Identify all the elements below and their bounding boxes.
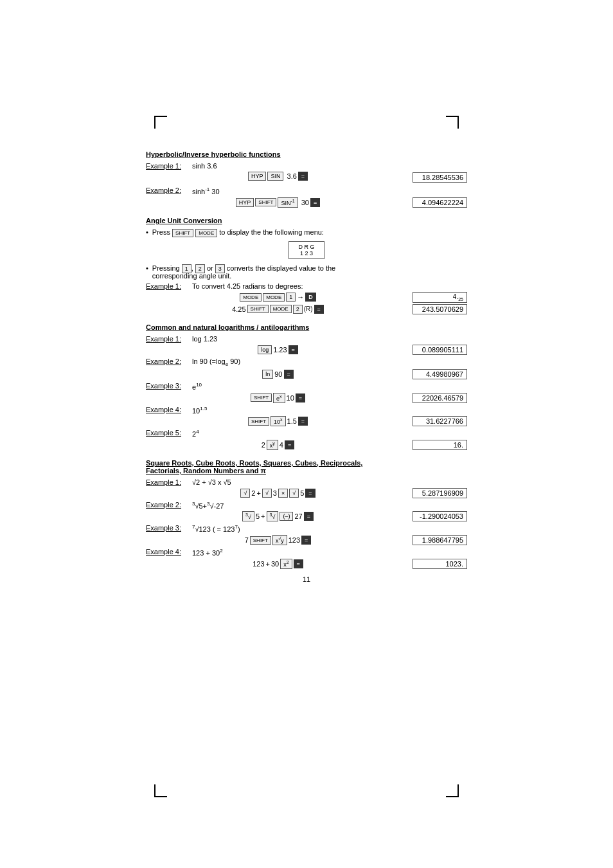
key-shift3: SHIFT [251, 393, 272, 402]
example-desc: 24 [192, 429, 256, 438]
drg-line1: D R G [298, 244, 314, 250]
example-desc: log 1.23 [192, 335, 256, 343]
key-sin: SIN [267, 172, 283, 181]
example-label: Example 2: [146, 501, 192, 509]
example-desc: √2 + √3 x √5 [192, 478, 256, 486]
drg-line2: 1 2 3 [298, 250, 314, 257]
val-123b: 123 [253, 560, 264, 568]
key-2: 2 [195, 264, 205, 273]
result-roots1: 5.287196909 [413, 488, 467, 498]
key-eq11: = [301, 536, 311, 545]
key-equals2: = [310, 198, 320, 207]
example-row: Example 4: 123 + 302 [146, 548, 467, 557]
key-3: 3 [215, 264, 225, 273]
example-row: Example 3: e10 [146, 382, 467, 391]
example-label: Example 4: [146, 406, 192, 413]
section-title-log: Common and natural logarithms / antiloga… [146, 323, 467, 331]
key-sin-inv: SIN-1 [278, 197, 298, 208]
result-log2: 4.49980967 [413, 369, 467, 379]
corner-mark-bl [154, 784, 167, 797]
value-123: 1.23 [273, 346, 287, 354]
result-box: 18.28545536 [413, 172, 467, 183]
plus2: + [261, 512, 265, 520]
key-sqrt1: √ [240, 489, 250, 498]
example-desc: 3√5+3√-27 [192, 501, 256, 510]
key-cbrt2: 3√ [267, 511, 279, 521]
key-sqrt3: √ [289, 489, 299, 498]
section-title-hyperbolic: Hyperbolic/Inverse hyperbolic functions [146, 150, 467, 158]
example-desc: ln 90 (=loge 90) [192, 357, 256, 367]
example-label: Example 3: [146, 524, 192, 532]
plus1: + [256, 489, 260, 497]
key-log: log [258, 345, 272, 354]
example-desc: sinh 3.6 [192, 162, 256, 170]
key-mode3: MODE [270, 305, 292, 313]
example-row: Example 5: 24 [146, 429, 467, 438]
example-desc: 101.5 [192, 406, 256, 415]
value-90: 90 [274, 370, 282, 378]
key-xy: xy [267, 440, 278, 450]
key-ex: ex [273, 393, 285, 403]
example-row: Example 1: sinh 3.6 [146, 162, 467, 170]
example-row: Example 3: 7√123 ( = 1237) [146, 524, 467, 533]
result-log3: 22026.46579 [413, 393, 467, 403]
example-row: Example 1: √2 + √3 x √5 [146, 478, 467, 486]
result-top: 4.25 [413, 292, 467, 303]
example-label: Example 1: [146, 282, 192, 290]
value-2: 2 [262, 441, 265, 449]
example-label: Example 2: [146, 357, 192, 365]
result-box: 4.094622224 [413, 197, 467, 208]
key-cbrt1: 3√ [242, 511, 254, 521]
key-shift-inline: SHIFT [172, 229, 193, 237]
val-30: 30 [271, 560, 279, 568]
drg-menu-container: D R G 1 2 3 [146, 239, 467, 262]
key-mode2: MODE [263, 293, 285, 302]
example-label: Example 1: [146, 335, 192, 343]
key-equals: = [298, 172, 308, 181]
key-sqrt2: √ [262, 489, 272, 498]
section-title-text2: Factorials, Random Numbers and π [146, 467, 266, 475]
key-eq9: = [305, 489, 315, 498]
key-1b: 1 [286, 293, 296, 302]
example-row: Example 1: To convert 4.25 radians to de… [146, 282, 467, 290]
page-number: 11 [146, 575, 467, 583]
result-log1: 0.089905111 [413, 345, 467, 355]
result-roots3: 1.988647795 [413, 535, 467, 545]
example-label: Example 1: [146, 162, 192, 170]
section-title-roots: Square Roots, Cube Roots, Roots, Squares… [146, 459, 467, 475]
key-mode1: MODE [240, 293, 262, 302]
key-eq8: = [285, 440, 294, 449]
key-eq5: = [284, 370, 294, 379]
result-roots4: 1023. [413, 559, 467, 569]
key-10x: 10x [271, 416, 286, 426]
bullet-item2: • Pressing 1, 2 or 3 converts the displa… [146, 264, 467, 280]
key-hyp: HYP [248, 172, 267, 181]
value-36: 3.6 [285, 172, 296, 180]
example-row: Example 2: ln 90 (=loge 90) [146, 357, 467, 367]
key-eq10: = [304, 512, 314, 521]
value-30: 30 [299, 199, 309, 206]
key-times: × [278, 489, 288, 498]
corner-mark-tr [446, 116, 459, 129]
result-log5: 16. [413, 440, 467, 450]
example-desc: 123 + 302 [192, 548, 256, 557]
key-ln: ln [262, 370, 273, 379]
section-title-angle: Angle Unit Conversion [146, 217, 467, 224]
corner-mark-br [446, 784, 459, 797]
key-x2: x2 [280, 559, 292, 569]
key-xrooty: x√y [272, 535, 287, 545]
example-row: Example 4: 101.5 [146, 406, 467, 415]
key-shift5: SHIFT [250, 536, 271, 545]
example-desc: e10 [192, 382, 256, 391]
example-label: Example 5: [146, 429, 192, 437]
key-shift2: SHIFT [247, 305, 269, 313]
value-4: 4 [280, 441, 283, 449]
key-shift: SHIFT [255, 198, 276, 206]
example-label: Example 4: [146, 548, 192, 556]
key-equals3: = [314, 305, 324, 314]
r-label: (R) [304, 305, 313, 312]
key-2b: 2 [293, 305, 303, 314]
result-angle: 243.5070629 [413, 304, 467, 314]
val-7: 7 [245, 536, 249, 544]
content-area: Hyperbolic/Inverse hyperbolic functions … [146, 13, 467, 583]
